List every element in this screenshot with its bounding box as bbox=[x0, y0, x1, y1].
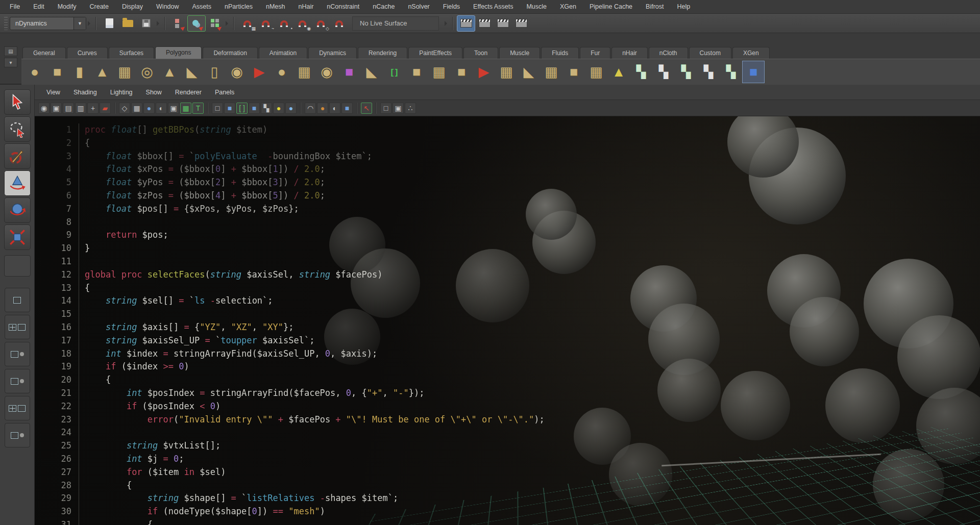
poly-append-icon[interactable]: ▦ bbox=[585, 61, 607, 83]
render-current-frame-icon[interactable] bbox=[475, 15, 494, 32]
shelf-tabs-toggle-icon[interactable]: ▤ bbox=[4, 46, 17, 56]
move-tool[interactable] bbox=[4, 170, 31, 196]
shelf-tab-xgen[interactable]: XGen bbox=[732, 47, 770, 59]
isolate-select-icon[interactable]: [ ] bbox=[236, 103, 248, 114]
menu-pipeline-cache[interactable]: Pipeline Cache bbox=[583, 0, 639, 13]
poly-smooth-icon[interactable]: ◉ bbox=[315, 61, 338, 83]
multi-cut-icon[interactable]: [ ] bbox=[383, 61, 405, 83]
points-display-icon[interactable]: ▦ bbox=[131, 103, 142, 114]
shelf-tab-muscle[interactable]: Muscle bbox=[499, 47, 540, 59]
panel-menu-panels[interactable]: Panels bbox=[208, 89, 241, 96]
paint-select-tool[interactable] bbox=[4, 143, 31, 169]
menu-create[interactable]: Create bbox=[83, 0, 116, 13]
uv-editor-icon[interactable]: ▚ bbox=[675, 61, 697, 83]
duplicate-view-icon[interactable]: ▣ bbox=[393, 103, 404, 114]
select-tool[interactable] bbox=[4, 89, 31, 115]
shelf-menu-chevron-icon[interactable]: ▾ bbox=[4, 58, 17, 67]
open-render-view-icon[interactable] bbox=[457, 15, 475, 32]
2d-pan-zoom-icon[interactable]: + bbox=[87, 103, 99, 114]
shelf-tab-polygons[interactable]: Polygons bbox=[155, 46, 202, 59]
poly-helix-icon[interactable]: ◉ bbox=[226, 61, 248, 83]
rotate-tool[interactable] bbox=[4, 197, 31, 223]
shelf-tab-dynamics[interactable]: Dynamics bbox=[308, 47, 357, 59]
shelf-tab-custom[interactable]: Custom bbox=[689, 47, 731, 59]
poly-prism-icon[interactable]: ▲ bbox=[158, 61, 181, 83]
panel-menu-lighting[interactable]: Lighting bbox=[104, 89, 139, 96]
poly-cone-icon[interactable]: ▲ bbox=[91, 61, 113, 83]
menu-fields[interactable]: Fields bbox=[436, 0, 467, 13]
poly-separate-icon[interactable]: ▦ bbox=[428, 61, 450, 83]
four-pane-layout-button[interactable] bbox=[5, 315, 30, 339]
default-light-icon[interactable]: ● bbox=[273, 103, 284, 114]
menu-effects-assets[interactable]: Effects Assets bbox=[467, 0, 520, 13]
panel-menu-view[interactable]: View bbox=[40, 89, 67, 96]
shelf-tab-curves[interactable]: Curves bbox=[67, 47, 108, 59]
flat-shade-icon[interactable]: ◐ bbox=[156, 103, 167, 114]
menu-file[interactable]: File bbox=[3, 0, 27, 13]
menu-set-dropdown[interactable]: nDynamics ▼ bbox=[10, 17, 86, 30]
collapse-arrow-icon[interactable] bbox=[445, 21, 447, 26]
menu-nparticles[interactable]: nParticles bbox=[218, 0, 259, 13]
panel-menu-shading[interactable]: Shading bbox=[67, 89, 104, 96]
paint-effects-cube-icon[interactable]: ■ bbox=[742, 61, 765, 83]
uv-tile-icon[interactable]: ▚ bbox=[697, 61, 720, 83]
image-plane-icon[interactable]: ▥ bbox=[75, 103, 86, 114]
camera-attributes-icon[interactable]: ▣ bbox=[51, 103, 62, 114]
make-live-icon[interactable] bbox=[330, 15, 348, 32]
poly-sphere-icon[interactable]: ● bbox=[23, 61, 46, 83]
isolate-view-icon[interactable]: □ bbox=[380, 103, 391, 114]
menu-edit[interactable]: Edit bbox=[27, 0, 51, 13]
panel-menu-renderer[interactable]: Renderer bbox=[168, 89, 208, 96]
shelf-tab-deformation[interactable]: Deformation bbox=[203, 47, 257, 59]
share-view-icon[interactable]: ∴ bbox=[405, 103, 416, 114]
select-hierarchy-icon[interactable] bbox=[169, 15, 187, 32]
menu-display[interactable]: Display bbox=[115, 0, 150, 13]
new-scene-icon[interactable] bbox=[100, 15, 118, 32]
snap-to-curve-icon[interactable]: ~ bbox=[256, 15, 275, 32]
depth-peeling-icon[interactable]: ■ bbox=[341, 103, 353, 114]
menu-nmesh[interactable]: nMesh bbox=[259, 0, 292, 13]
all-lights-icon[interactable]: ● bbox=[285, 103, 297, 114]
poly-texture-cube-icon[interactable]: ■ bbox=[338, 61, 360, 83]
shelf-tab-fur[interactable]: Fur bbox=[580, 47, 610, 59]
shelf-tab-rendering[interactable]: Rendering bbox=[358, 47, 407, 59]
panel-menu-show[interactable]: Show bbox=[139, 89, 168, 96]
menu-nconstraint[interactable]: nConstraint bbox=[320, 0, 366, 13]
snap-to-grid-icon[interactable]: ▦ bbox=[238, 15, 256, 32]
shelf-tab-surfaces[interactable]: Surfaces bbox=[109, 47, 154, 59]
menu-muscle[interactable]: Muscle bbox=[520, 0, 553, 13]
menu-nsolver[interactable]: nSolver bbox=[401, 0, 436, 13]
collapse-arrow-icon[interactable] bbox=[157, 21, 159, 26]
poly-fill-hole-icon[interactable]: ■ bbox=[562, 61, 585, 83]
bounding-box-icon[interactable]: ▣ bbox=[168, 103, 179, 114]
menu-window[interactable]: Window bbox=[150, 0, 185, 13]
persp-uv-layout-button[interactable] bbox=[5, 423, 30, 447]
render-settings-icon[interactable] bbox=[512, 15, 530, 32]
poly-cylinder-icon[interactable]: ▮ bbox=[68, 61, 91, 83]
shelf-tab-nhair[interactable]: nHair bbox=[611, 47, 648, 59]
shelf-tab-painteffects[interactable]: PaintEffects bbox=[408, 47, 462, 59]
poly-bevel-icon[interactable]: ◣ bbox=[360, 61, 383, 83]
menu-help[interactable]: Help bbox=[670, 0, 697, 13]
shaded-display-icon[interactable]: ■ bbox=[224, 103, 235, 114]
menu-modify[interactable]: Modify bbox=[51, 0, 83, 13]
uv-snapshot-icon[interactable]: ▚ bbox=[652, 61, 675, 83]
bookmarks-icon[interactable]: ▤ bbox=[63, 103, 74, 114]
live-surface-field[interactable]: No Live Surface bbox=[352, 16, 439, 31]
xray-icon[interactable]: ■ bbox=[249, 103, 260, 114]
select-camera-icon[interactable]: ◉ bbox=[38, 103, 50, 114]
shelf-tab-toon[interactable]: Toon bbox=[463, 47, 498, 59]
single-pane-layout-button[interactable] bbox=[5, 288, 30, 312]
shelf-tab-fluids[interactable]: Fluids bbox=[541, 47, 579, 59]
last-tool-slot[interactable] bbox=[4, 255, 31, 277]
poly-triangulate-icon[interactable]: ◣ bbox=[518, 61, 540, 83]
menu-xgen[interactable]: XGen bbox=[553, 0, 583, 13]
select-component-mode-icon[interactable] bbox=[206, 15, 224, 32]
poly-soccerball-icon[interactable]: ● bbox=[271, 61, 293, 83]
shelf-tab-general[interactable]: General bbox=[22, 47, 66, 59]
poly-boolean-icon[interactable]: ▶ bbox=[473, 61, 495, 83]
persp-outliner-layout-button[interactable] bbox=[5, 342, 30, 366]
poly-combine-icon[interactable]: ■ bbox=[405, 61, 428, 83]
textured-display-icon[interactable]: T bbox=[192, 103, 204, 114]
hypershade-persp-layout-button[interactable] bbox=[5, 396, 30, 420]
